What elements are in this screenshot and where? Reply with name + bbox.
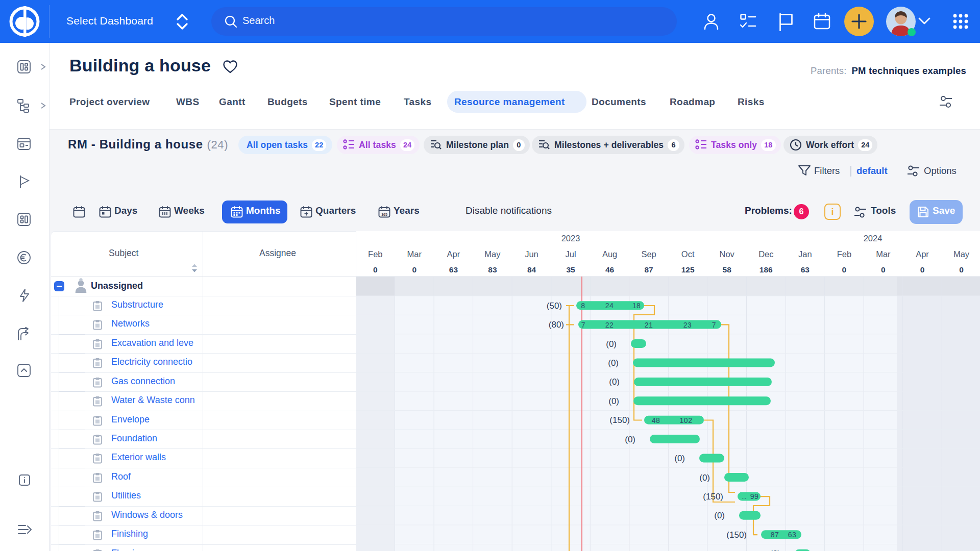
svg-text:7: 7 bbox=[581, 321, 585, 329]
svg-text:35: 35 bbox=[566, 265, 575, 274]
svg-text:(150): (150) bbox=[726, 530, 747, 540]
svg-text:0: 0 bbox=[842, 265, 847, 274]
svg-text:Mar: Mar bbox=[407, 249, 422, 259]
svg-text:Mar: Mar bbox=[876, 249, 891, 259]
svg-text:Feb: Feb bbox=[837, 249, 851, 259]
svg-text:(0): (0) bbox=[609, 377, 620, 387]
svg-text:46: 46 bbox=[605, 265, 615, 274]
svg-text:Feb: Feb bbox=[368, 249, 382, 259]
svg-text:0: 0 bbox=[881, 265, 886, 274]
svg-text:Aug: Aug bbox=[602, 249, 617, 259]
svg-text:22: 22 bbox=[605, 321, 614, 329]
svg-text:0: 0 bbox=[373, 265, 378, 274]
svg-text:(80): (80) bbox=[549, 320, 564, 330]
svg-text:87: 87 bbox=[771, 531, 779, 539]
svg-text:May: May bbox=[484, 249, 501, 259]
svg-text:102: 102 bbox=[680, 416, 693, 424]
svg-text:May: May bbox=[953, 249, 970, 259]
svg-text:(0): (0) bbox=[674, 454, 685, 463]
svg-text:125: 125 bbox=[681, 265, 695, 274]
svg-text:Nov: Nov bbox=[720, 249, 735, 259]
svg-text:(150): (150) bbox=[609, 415, 630, 425]
svg-text:365: 365 bbox=[381, 213, 387, 216]
svg-text:63: 63 bbox=[449, 265, 458, 274]
svg-text:(0): (0) bbox=[625, 435, 635, 444]
svg-text:Jun: Jun bbox=[525, 249, 538, 259]
svg-text:(0): (0) bbox=[699, 473, 710, 483]
svg-text:84: 84 bbox=[527, 265, 536, 274]
svg-text:2024: 2024 bbox=[864, 234, 883, 243]
svg-text:(0): (0) bbox=[608, 358, 619, 368]
svg-text:186: 186 bbox=[760, 265, 773, 274]
svg-text:24: 24 bbox=[605, 302, 614, 310]
svg-text:0: 0 bbox=[412, 265, 416, 274]
svg-text:48: 48 bbox=[652, 416, 660, 424]
svg-text:Sep: Sep bbox=[641, 249, 656, 259]
svg-text:(50): (50) bbox=[547, 301, 562, 311]
svg-text:(0): (0) bbox=[608, 396, 619, 406]
svg-text:21: 21 bbox=[645, 321, 653, 329]
svg-text:Apr: Apr bbox=[447, 249, 460, 259]
svg-text:58: 58 bbox=[723, 265, 732, 274]
svg-text:18: 18 bbox=[632, 302, 641, 310]
svg-text:83: 83 bbox=[488, 265, 497, 274]
svg-text:Oct: Oct bbox=[681, 249, 695, 259]
svg-text:Dec: Dec bbox=[758, 249, 773, 259]
svg-text:(0): (0) bbox=[714, 511, 725, 520]
svg-text:99: 99 bbox=[750, 492, 759, 500]
svg-text:Apr: Apr bbox=[916, 249, 929, 259]
svg-text:0: 0 bbox=[920, 265, 925, 274]
svg-text:0: 0 bbox=[959, 265, 964, 274]
svg-text:63: 63 bbox=[801, 265, 810, 274]
svg-text:7: 7 bbox=[712, 321, 716, 329]
svg-text:87: 87 bbox=[644, 265, 653, 274]
svg-text:(0): (0) bbox=[606, 339, 617, 349]
svg-text:(150): (150) bbox=[703, 492, 723, 502]
svg-text:Jan: Jan bbox=[798, 249, 812, 259]
svg-text:..: .. bbox=[742, 492, 747, 500]
svg-text:2023: 2023 bbox=[561, 234, 580, 243]
svg-text:8: 8 bbox=[581, 302, 585, 310]
svg-text:23: 23 bbox=[683, 321, 692, 329]
svg-text:(0): (0) bbox=[770, 549, 780, 551]
svg-text:Jul: Jul bbox=[565, 249, 576, 259]
svg-text:63: 63 bbox=[788, 531, 797, 539]
